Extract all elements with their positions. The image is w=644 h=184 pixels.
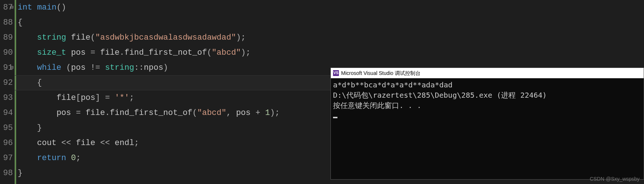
line-number: 98 <box>0 166 13 181</box>
token-op <box>18 108 57 118</box>
token-op: != <box>86 63 105 72</box>
fold-toggle-icon[interactable]: ⊟ <box>10 0 13 15</box>
token-op <box>18 33 37 42</box>
token-op: [ <box>76 93 80 102</box>
token-op: } <box>18 123 42 133</box>
line-number: 97 <box>0 151 13 166</box>
token-kw: main <box>37 3 57 12</box>
token-op <box>66 48 71 57</box>
token-op: ); <box>241 48 250 57</box>
token-id: file <box>100 48 119 57</box>
token-op: } <box>18 169 22 178</box>
token-op: ; <box>134 138 139 148</box>
console-line: D:\代码包\razertest\285\Debug\285.exe (进程 2… <box>333 90 641 100</box>
token-op: { <box>18 18 22 27</box>
line-number: 88 <box>0 15 13 30</box>
token-op <box>18 138 37 148</box>
token-op <box>18 48 37 57</box>
visual-studio-icon: VS <box>333 70 339 76</box>
code-line[interactable]: string file("asdwbkjbcasdwalasdwsadawdad… <box>18 30 644 45</box>
token-str: "asdwbkjbcasdwalasdwsadawdad" <box>95 33 236 42</box>
line-number-gutter: 878889909192939495969798 <box>0 0 15 184</box>
token-id: pos <box>81 93 96 102</box>
token-op: ); <box>270 108 280 118</box>
line-number: 90 <box>0 45 13 60</box>
token-type: string <box>105 63 134 72</box>
token-op: << <box>57 138 76 148</box>
token-op: ; <box>76 154 80 163</box>
token-id: pos <box>71 48 86 57</box>
token-id: pos <box>71 63 86 72</box>
token-op: ( <box>90 33 95 42</box>
token-id: file <box>71 33 90 42</box>
token-type: string <box>37 33 66 42</box>
token-id: file <box>86 108 105 118</box>
console-output[interactable]: a*d*b**bca*d*a*a*d**ada*dadD:\代码包\razert… <box>331 78 644 122</box>
token-num: 0 <box>71 154 76 163</box>
token-op: . <box>105 108 110 118</box>
line-number: 94 <box>0 105 13 120</box>
token-op: :: <box>134 63 144 72</box>
token-str: '*' <box>115 93 129 102</box>
token-op: ) <box>163 63 168 72</box>
line-number: 89 <box>0 30 13 45</box>
token-func: find_first_not_of <box>110 108 192 118</box>
watermark: CSDN @Sxy_wspsby <box>590 176 640 182</box>
token-op <box>18 63 37 72</box>
token-str: "abcd" <box>197 108 226 118</box>
token-op <box>66 33 71 42</box>
token-op: . <box>119 48 124 57</box>
token-op: , <box>226 108 236 118</box>
token-op: ); <box>236 33 246 42</box>
token-kw: while <box>37 63 61 72</box>
token-id: file <box>76 138 95 148</box>
token-str: "abcd" <box>212 48 241 57</box>
token-op: ( <box>192 108 197 118</box>
token-op: ( <box>61 63 71 72</box>
code-line[interactable]: size_t pos = file.find_first_not_of("abc… <box>18 45 644 60</box>
token-op <box>18 154 37 163</box>
token-kw: int <box>18 3 32 12</box>
token-type: size_t <box>37 48 66 57</box>
line-number: 92 <box>0 75 13 90</box>
token-op: () <box>57 3 66 12</box>
token-op <box>66 154 71 163</box>
token-op <box>32 3 37 12</box>
token-kw: return <box>37 154 66 163</box>
line-number: 95 <box>0 120 13 136</box>
token-op: = <box>86 48 100 57</box>
code-line[interactable]: ⊟int main() <box>18 0 644 15</box>
token-op: << <box>95 138 115 148</box>
token-func: find_first_not_of <box>124 48 207 57</box>
line-number: 96 <box>0 136 13 151</box>
token-op: + <box>251 108 265 118</box>
token-id: endl <box>115 138 134 148</box>
token-id: pos <box>57 108 71 118</box>
line-number: 93 <box>0 90 13 105</box>
console-title: Microsoft Visual Studio 调试控制台 <box>341 68 421 78</box>
fold-toggle-icon[interactable]: ⊟ <box>10 60 13 75</box>
console-window: VS Microsoft Visual Studio 调试控制台 a*d*b**… <box>330 68 644 180</box>
token-op: { <box>18 78 42 87</box>
token-id: pos <box>236 108 251 118</box>
token-op: = <box>71 108 86 118</box>
token-id: npos <box>144 63 163 72</box>
console-cursor <box>333 111 641 121</box>
token-op: ; <box>129 93 134 102</box>
code-line[interactable]: { <box>18 15 644 30</box>
console-line: 按任意键关闭此窗口. . . <box>333 100 641 111</box>
token-op <box>18 93 57 102</box>
console-titlebar[interactable]: VS Microsoft Visual Studio 调试控制台 <box>331 68 644 78</box>
token-op: ( <box>207 48 212 57</box>
console-line: a*d*b**bca*d*a*a*d**ada*dad <box>333 80 641 90</box>
token-id: cout <box>37 138 57 148</box>
token-op: ] = <box>95 93 115 102</box>
token-num: 1 <box>265 108 270 118</box>
token-id: file <box>57 93 76 102</box>
